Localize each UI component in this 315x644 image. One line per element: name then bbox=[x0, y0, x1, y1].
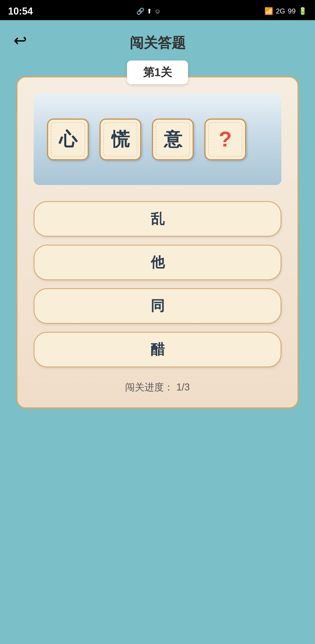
character-tile[interactable]: ? bbox=[204, 119, 246, 160]
page-title: 闯关答题 bbox=[16, 31, 299, 52]
character-tile[interactable]: 意 bbox=[152, 119, 194, 160]
answer-option-button[interactable]: 乱 bbox=[34, 201, 281, 237]
character-tiles: 心慌意? bbox=[42, 119, 246, 160]
wifi-icon: 📶 bbox=[264, 7, 273, 15]
answer-option-button[interactable]: 醋 bbox=[34, 332, 281, 367]
app-icon: ☺ bbox=[154, 8, 161, 15]
status-bar: 10:54 🔗 ⬆ ☺ 📶 2G 99 🔋 bbox=[0, 0, 315, 20]
image-area: 心慌意? bbox=[34, 94, 281, 185]
main-content: ↩ 闯关答题 第1关 心慌意? 乱他同醋 闯关进度： 1/3 bbox=[0, 20, 315, 419]
answer-option-button[interactable]: 同 bbox=[34, 288, 281, 324]
battery-icon: 🔋 bbox=[298, 7, 307, 15]
status-right: 📶 2G 99 🔋 bbox=[264, 7, 307, 15]
answer-options: 乱他同醋 bbox=[34, 201, 281, 367]
character-tile[interactable]: 心 bbox=[47, 119, 89, 160]
answer-option-button[interactable]: 他 bbox=[34, 245, 281, 280]
status-time: 10:54 bbox=[8, 6, 33, 17]
battery-level: 99 bbox=[288, 7, 296, 15]
progress-label: 闯关进度： bbox=[125, 382, 174, 393]
progress-value: 1/3 bbox=[176, 382, 190, 393]
back-button[interactable]: ↩ bbox=[13, 31, 27, 50]
signal-icon: 2G bbox=[276, 7, 285, 15]
character-tile[interactable]: 慌 bbox=[100, 119, 141, 160]
status-icons: 🔗 ⬆ ☺ bbox=[136, 8, 161, 15]
progress-text: 闯关进度： 1/3 bbox=[34, 381, 281, 394]
level-badge: 第1关 bbox=[16, 61, 299, 84]
upload-icon: ⬆ bbox=[147, 8, 152, 15]
game-card: 心慌意? 乱他同醋 闯关进度： 1/3 bbox=[16, 76, 299, 409]
link-icon: 🔗 bbox=[136, 8, 144, 15]
level-badge-label: 第1关 bbox=[127, 61, 188, 84]
